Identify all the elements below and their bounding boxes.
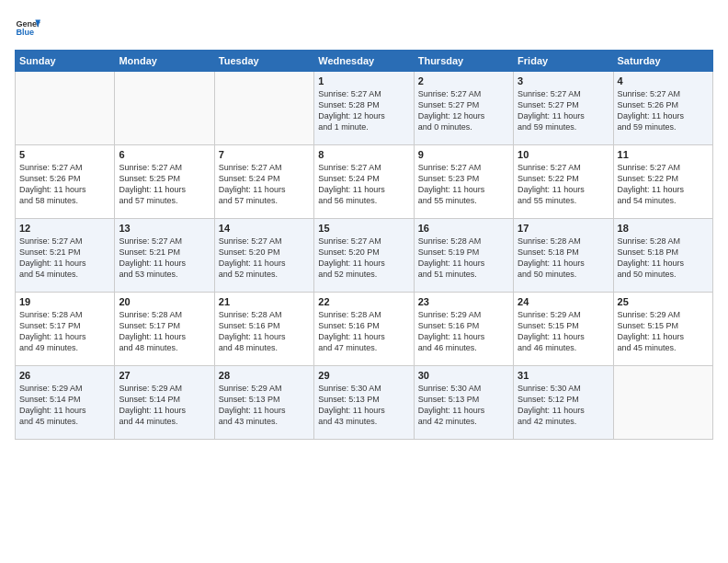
calendar-week-row: 1Sunrise: 5:27 AM Sunset: 5:28 PM Daylig…: [16, 72, 713, 145]
day-info: Sunrise: 5:28 AM Sunset: 5:16 PM Dayligh…: [318, 309, 409, 354]
day-number: 19: [19, 296, 110, 307]
day-info: Sunrise: 5:30 AM Sunset: 5:13 PM Dayligh…: [318, 383, 409, 428]
calendar-cell: 22Sunrise: 5:28 AM Sunset: 5:16 PM Dayli…: [314, 293, 414, 366]
day-info: Sunrise: 5:28 AM Sunset: 5:18 PM Dayligh…: [618, 236, 709, 281]
day-info: Sunrise: 5:27 AM Sunset: 5:26 PM Dayligh…: [618, 88, 709, 133]
calendar-cell: 10Sunrise: 5:27 AM Sunset: 5:22 PM Dayli…: [514, 145, 613, 219]
day-number: 8: [318, 149, 409, 160]
calendar-cell: 5Sunrise: 5:27 AM Sunset: 5:26 PM Daylig…: [16, 145, 115, 219]
day-number: 12: [19, 223, 110, 234]
day-info: Sunrise: 5:29 AM Sunset: 5:16 PM Dayligh…: [418, 309, 509, 354]
day-header-friday: Friday: [514, 51, 613, 72]
calendar-cell: 3Sunrise: 5:27 AM Sunset: 5:27 PM Daylig…: [514, 72, 613, 145]
day-number: 2: [418, 75, 509, 86]
calendar-cell: 26Sunrise: 5:29 AM Sunset: 5:14 PM Dayli…: [16, 366, 115, 440]
day-number: 26: [19, 370, 110, 381]
day-info: Sunrise: 5:27 AM Sunset: 5:28 PM Dayligh…: [318, 88, 409, 133]
day-number: 25: [618, 296, 709, 307]
day-number: 22: [318, 296, 409, 307]
day-info: Sunrise: 5:28 AM Sunset: 5:17 PM Dayligh…: [119, 309, 210, 354]
day-number: 24: [518, 296, 609, 307]
day-number: 29: [318, 370, 409, 381]
day-header-sunday: Sunday: [16, 51, 115, 72]
day-number: 27: [119, 370, 210, 381]
day-header-saturday: Saturday: [613, 51, 712, 72]
calendar-cell: 17Sunrise: 5:28 AM Sunset: 5:18 PM Dayli…: [514, 219, 613, 293]
day-info: Sunrise: 5:27 AM Sunset: 5:24 PM Dayligh…: [318, 162, 409, 207]
calendar-cell: 27Sunrise: 5:29 AM Sunset: 5:14 PM Dayli…: [115, 366, 214, 440]
day-number: 4: [618, 75, 709, 86]
calendar-cell: 25Sunrise: 5:29 AM Sunset: 5:15 PM Dayli…: [613, 293, 712, 366]
calendar-cell: 7Sunrise: 5:27 AM Sunset: 5:24 PM Daylig…: [214, 145, 313, 219]
calendar-cell: 12Sunrise: 5:27 AM Sunset: 5:21 PM Dayli…: [16, 219, 115, 293]
day-header-thursday: Thursday: [414, 51, 513, 72]
day-info: Sunrise: 5:27 AM Sunset: 5:27 PM Dayligh…: [518, 88, 609, 133]
day-number: 10: [518, 149, 609, 160]
day-number: 14: [219, 223, 310, 234]
day-info: Sunrise: 5:29 AM Sunset: 5:13 PM Dayligh…: [219, 383, 310, 428]
day-info: Sunrise: 5:29 AM Sunset: 5:14 PM Dayligh…: [119, 383, 210, 428]
day-header-wednesday: Wednesday: [314, 51, 414, 72]
calendar-cell: 16Sunrise: 5:28 AM Sunset: 5:19 PM Dayli…: [414, 219, 513, 293]
day-number: 20: [119, 296, 210, 307]
calendar-cell: 19Sunrise: 5:28 AM Sunset: 5:17 PM Dayli…: [16, 293, 115, 366]
day-info: Sunrise: 5:27 AM Sunset: 5:21 PM Dayligh…: [119, 236, 210, 281]
calendar-cell: 21Sunrise: 5:28 AM Sunset: 5:16 PM Dayli…: [214, 293, 313, 366]
day-number: 18: [618, 223, 709, 234]
day-info: Sunrise: 5:27 AM Sunset: 5:21 PM Dayligh…: [19, 236, 110, 281]
calendar-cell: 24Sunrise: 5:29 AM Sunset: 5:15 PM Dayli…: [514, 293, 613, 366]
day-info: Sunrise: 5:27 AM Sunset: 5:22 PM Dayligh…: [518, 162, 609, 207]
calendar-cell: 8Sunrise: 5:27 AM Sunset: 5:24 PM Daylig…: [314, 145, 414, 219]
day-number: 7: [219, 149, 310, 160]
day-info: Sunrise: 5:29 AM Sunset: 5:15 PM Dayligh…: [618, 309, 709, 354]
day-info: Sunrise: 5:27 AM Sunset: 5:20 PM Dayligh…: [318, 236, 409, 281]
day-header-tuesday: Tuesday: [214, 51, 313, 72]
day-number: 1: [318, 75, 409, 86]
calendar-cell: [214, 72, 313, 145]
day-number: 6: [119, 149, 210, 160]
calendar-week-row: 26Sunrise: 5:29 AM Sunset: 5:14 PM Dayli…: [16, 366, 713, 440]
day-info: Sunrise: 5:28 AM Sunset: 5:16 PM Dayligh…: [219, 309, 310, 354]
calendar-cell: 2Sunrise: 5:27 AM Sunset: 5:27 PM Daylig…: [414, 72, 513, 145]
day-info: Sunrise: 5:30 AM Sunset: 5:12 PM Dayligh…: [518, 383, 609, 428]
day-number: 30: [418, 370, 509, 381]
day-info: Sunrise: 5:27 AM Sunset: 5:22 PM Dayligh…: [618, 162, 709, 207]
calendar-cell: 28Sunrise: 5:29 AM Sunset: 5:13 PM Dayli…: [214, 366, 313, 440]
calendar-cell: 18Sunrise: 5:28 AM Sunset: 5:18 PM Dayli…: [613, 219, 712, 293]
day-info: Sunrise: 5:29 AM Sunset: 5:14 PM Dayligh…: [19, 383, 110, 428]
calendar-cell: 6Sunrise: 5:27 AM Sunset: 5:25 PM Daylig…: [115, 145, 214, 219]
calendar-cell: [613, 366, 712, 440]
calendar-cell: 14Sunrise: 5:27 AM Sunset: 5:20 PM Dayli…: [214, 219, 313, 293]
calendar-cell: 15Sunrise: 5:27 AM Sunset: 5:20 PM Dayli…: [314, 219, 414, 293]
day-number: 21: [219, 296, 310, 307]
day-info: Sunrise: 5:27 AM Sunset: 5:27 PM Dayligh…: [418, 88, 509, 133]
calendar-week-row: 19Sunrise: 5:28 AM Sunset: 5:17 PM Dayli…: [16, 293, 713, 366]
logo-icon: General Blue: [15, 15, 40, 40]
svg-text:Blue: Blue: [16, 28, 34, 37]
calendar-cell: 30Sunrise: 5:30 AM Sunset: 5:13 PM Dayli…: [414, 366, 513, 440]
calendar-cell: [16, 72, 115, 145]
calendar-table: SundayMondayTuesdayWednesdayThursdayFrid…: [15, 50, 713, 440]
day-info: Sunrise: 5:27 AM Sunset: 5:20 PM Dayligh…: [219, 236, 310, 281]
day-number: 17: [518, 223, 609, 234]
day-info: Sunrise: 5:27 AM Sunset: 5:24 PM Dayligh…: [219, 162, 310, 207]
page-header: General Blue: [15, 15, 713, 40]
day-number: 16: [418, 223, 509, 234]
logo: General Blue: [15, 15, 40, 40]
calendar-cell: 23Sunrise: 5:29 AM Sunset: 5:16 PM Dayli…: [414, 293, 513, 366]
calendar-week-row: 5Sunrise: 5:27 AM Sunset: 5:26 PM Daylig…: [16, 145, 713, 219]
day-number: 3: [518, 75, 609, 86]
calendar-cell: 29Sunrise: 5:30 AM Sunset: 5:13 PM Dayli…: [314, 366, 414, 440]
calendar-cell: 11Sunrise: 5:27 AM Sunset: 5:22 PM Dayli…: [613, 145, 712, 219]
day-info: Sunrise: 5:28 AM Sunset: 5:17 PM Dayligh…: [19, 309, 110, 354]
calendar-week-row: 12Sunrise: 5:27 AM Sunset: 5:21 PM Dayli…: [16, 219, 713, 293]
day-info: Sunrise: 5:29 AM Sunset: 5:15 PM Dayligh…: [518, 309, 609, 354]
calendar-cell: 4Sunrise: 5:27 AM Sunset: 5:26 PM Daylig…: [613, 72, 712, 145]
day-number: 28: [219, 370, 310, 381]
calendar-header-row: SundayMondayTuesdayWednesdayThursdayFrid…: [16, 51, 713, 72]
day-info: Sunrise: 5:28 AM Sunset: 5:19 PM Dayligh…: [418, 236, 509, 281]
day-number: 23: [418, 296, 509, 307]
calendar-cell: 9Sunrise: 5:27 AM Sunset: 5:23 PM Daylig…: [414, 145, 513, 219]
day-number: 5: [19, 149, 110, 160]
day-number: 9: [418, 149, 509, 160]
